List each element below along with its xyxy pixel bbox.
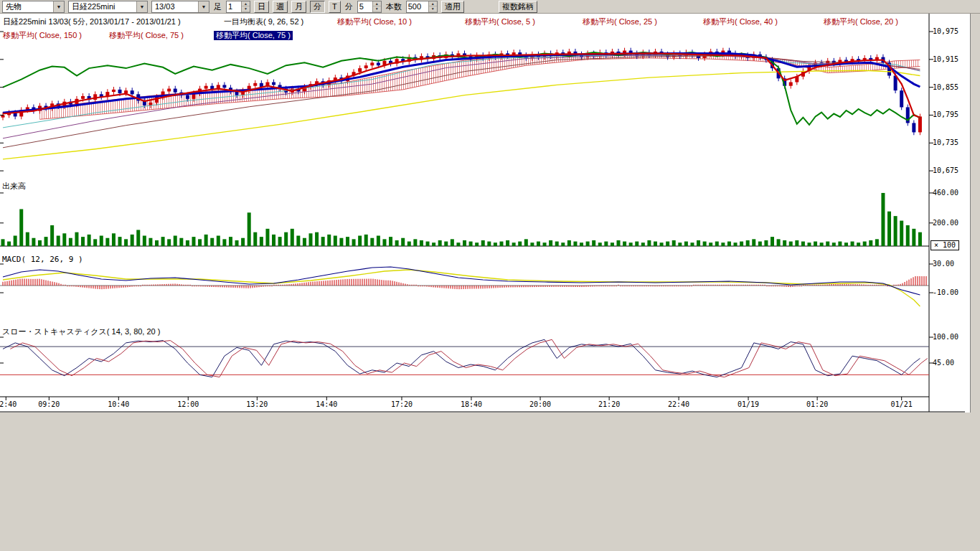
price-axis-tick: 10,795 <box>933 110 958 118</box>
chart-legend-row2: 移動平均( Close, 150 )移動平均( Close, 75 )移動平均(… <box>0 31 929 41</box>
period-day-button[interactable]: 日 <box>254 1 269 13</box>
legend-item[interactable]: 移動平均( Close, 10 ) <box>337 17 412 27</box>
instrument-value: 日経225mini <box>69 1 136 12</box>
x-axis-tick: 13:20 <box>246 400 268 408</box>
price-axis-tick: 10,915 <box>933 55 958 63</box>
contract-month-value: 13/03 <box>152 1 198 12</box>
legend-item[interactable]: 移動平均( Close, 150 ) <box>3 31 82 40</box>
minute-field[interactable] <box>358 1 372 12</box>
stoch-axis-tick: 45.00 <box>933 359 954 367</box>
price-axis-tick: 10,675 <box>933 166 958 174</box>
x-axis-tick: 20:00 <box>529 400 551 408</box>
x-axis-tick: 22:40 <box>668 400 689 408</box>
period-minute-button[interactable]: 分 <box>310 1 325 13</box>
period-month-button[interactable]: 月 <box>291 1 306 13</box>
x-axis-tick: 17:20 <box>391 400 413 408</box>
macd-axis-tick: 30.00 <box>933 260 954 268</box>
legend-item[interactable]: 移動平均( Close, 40 ) <box>703 17 778 27</box>
x-axis-tick: 02:40 <box>0 400 17 408</box>
x-axis-tick: 12:00 <box>177 400 199 408</box>
volume-panel-label: 出来高 <box>2 181 26 192</box>
stoch-axis-tick: 100.00 <box>933 333 958 341</box>
bar-type-label: 足 <box>214 1 222 12</box>
x-axis-tick: 14:40 <box>316 400 337 408</box>
macd-axis-tick: -10.00 <box>933 288 958 296</box>
period-tick-button[interactable]: T <box>329 1 341 13</box>
instrument-type-select[interactable]: 先物 ▼ <box>2 1 65 13</box>
instrument-select[interactable]: 日経225mini ▼ <box>68 1 148 13</box>
volume-multiplier-badge: × 100 <box>930 240 959 250</box>
x-axis-tick: 01/19 <box>738 400 759 408</box>
bar-count-field[interactable] <box>407 1 428 12</box>
x-axis-tick: 10:40 <box>108 400 129 408</box>
legend-item[interactable]: 日経225mini 13/03( 5分, 2013/01/17 - 2013/0… <box>3 17 181 27</box>
macd-panel-label: MACD( 12, 26, 9 ) <box>2 255 83 264</box>
volume-axis-tick: 460.00 <box>933 189 958 197</box>
bar-count-label: 本数 <box>386 1 402 12</box>
minute-input[interactable]: ▲▼ <box>357 1 382 13</box>
x-axis-tick: 01/21 <box>891 400 913 408</box>
contract-month-select[interactable]: 13/03 ▼ <box>151 1 209 13</box>
stochastics-panel-label: スロー・ストキャスティクス( 14, 3, 80, 20 ) <box>2 326 160 337</box>
legend-item[interactable]: 移動平均( Close, 5 ) <box>465 17 535 27</box>
legend-item[interactable]: 移動平均( Close, 20 ) <box>824 17 898 27</box>
legend-item[interactable]: 一目均衡表( 9, 26, 52 ) <box>224 17 303 27</box>
minute-label: 分 <box>345 1 353 12</box>
price-axis-tick: 10,735 <box>933 138 958 146</box>
instrument-type-value: 先物 <box>3 1 53 12</box>
chevron-down-icon[interactable]: ▼ <box>53 1 64 12</box>
chart-area: 日経225mini 13/03( 5分, 2013/01/17 - 2013/0… <box>0 14 971 413</box>
period-week-button[interactable]: 週 <box>273 1 288 13</box>
interval-field[interactable] <box>227 1 241 12</box>
chevron-down-icon[interactable]: ▼ <box>136 1 147 12</box>
chevron-down-icon[interactable]: ▼ <box>198 1 209 12</box>
apply-button[interactable]: 適用 <box>441 1 464 13</box>
spinner-icon[interactable]: ▲▼ <box>428 1 437 12</box>
x-axis-tick: 18:40 <box>461 400 482 408</box>
chart-canvas[interactable] <box>0 14 965 413</box>
legend-item[interactable]: 移動平均( Close, 75 ) <box>214 31 293 40</box>
toolbar: 先物 ▼ 日経225mini ▼ 13/03 ▼ 足 ▲▼ 日 週 月 分 T … <box>0 0 980 14</box>
spinner-icon[interactable]: ▲▼ <box>241 1 250 12</box>
volume-axis-tick: 200.00 <box>933 219 958 227</box>
legend-item[interactable]: 移動平均( Close, 25 ) <box>583 17 657 27</box>
multi-symbol-button[interactable]: 複数銘柄 <box>499 1 537 13</box>
x-axis-tick: 01:20 <box>806 400 828 408</box>
x-axis-tick: 09:20 <box>38 400 60 408</box>
bar-count-input[interactable]: ▲▼ <box>406 1 438 13</box>
interval-input[interactable]: ▲▼ <box>226 1 250 13</box>
spinner-icon[interactable]: ▲▼ <box>372 1 381 12</box>
legend-item[interactable]: 移動平均( Close, 75 ) <box>109 31 184 40</box>
x-axis-tick: 21:20 <box>598 400 620 408</box>
price-axis-tick: 10,855 <box>933 83 958 91</box>
price-axis-tick: 10,975 <box>933 27 958 35</box>
chart-legend-row1: 日経225mini 13/03( 5分, 2013/01/17 - 2013/0… <box>0 17 929 27</box>
